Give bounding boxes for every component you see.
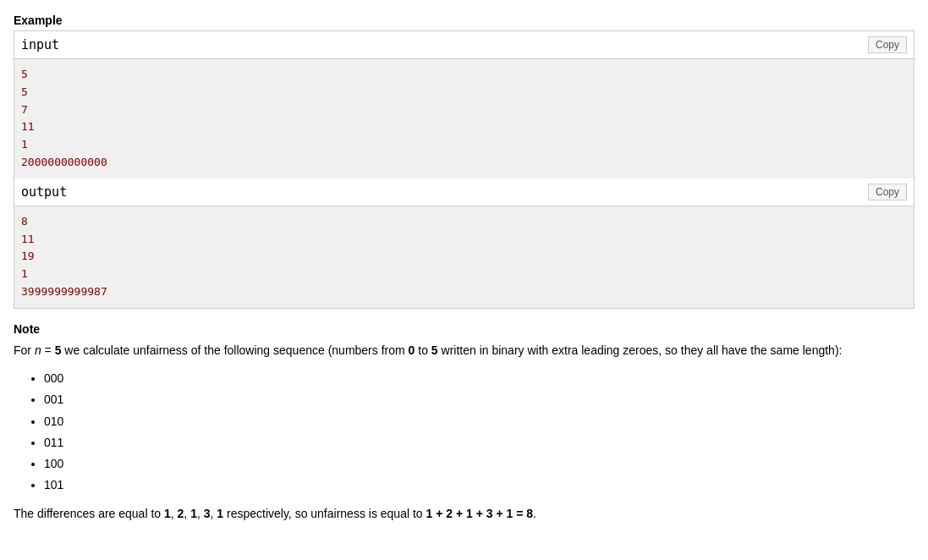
list-item-100: 100	[44, 453, 914, 475]
input-copy-button[interactable]: Copy	[868, 36, 907, 53]
input-line-2: 5	[21, 84, 907, 102]
list-item-001: 001	[44, 389, 914, 410]
list-item-010: 010	[44, 411, 914, 432]
input-line-5: 1	[21, 136, 907, 154]
note-title: Note	[14, 322, 914, 336]
input-line-4: 11	[21, 118, 907, 136]
note-math-n: n = 5	[35, 343, 62, 357]
input-body: 5 5 7 11 1 2000000000000	[14, 59, 914, 178]
list-item-011: 011	[44, 432, 914, 453]
output-copy-button[interactable]: Copy	[868, 184, 907, 200]
example-container: input Copy 5 5 7 11 1 2000000000000 outp…	[14, 30, 914, 309]
list-item-101: 101	[44, 475, 914, 496]
input-title: input	[21, 37, 59, 52]
output-section: output Copy 8 11 19 1 3999999999987	[14, 178, 914, 308]
input-line-3: 7	[21, 102, 907, 119]
output-body: 8 11 19 1 3999999999987	[14, 206, 914, 308]
output-line-4: 1	[21, 266, 907, 283]
output-line-3: 19	[21, 248, 907, 266]
input-header: input Copy	[14, 31, 914, 59]
input-line-1: 5	[21, 66, 907, 84]
note-paragraph: For n = 5 we calculate unfairness of the…	[14, 341, 914, 360]
input-section: input Copy 5 5 7 11 1 2000000000000	[14, 31, 914, 178]
output-header: output Copy	[14, 178, 914, 206]
output-line-2: 11	[21, 231, 907, 249]
note-section: Note For n = 5 we calculate unfairness o…	[14, 322, 914, 524]
output-line-1: 8	[21, 213, 907, 231]
note-footer: The differences are equal to 1, 2, 1, 3,…	[14, 504, 914, 523]
output-line-5: 3999999999987	[21, 283, 907, 301]
output-title: output	[21, 184, 67, 200]
note-list: 000 001 010 011 100 101	[14, 368, 914, 496]
list-item-000: 000	[44, 368, 914, 389]
input-line-6: 2000000000000	[21, 154, 907, 172]
example-label: Example	[14, 14, 914, 27]
